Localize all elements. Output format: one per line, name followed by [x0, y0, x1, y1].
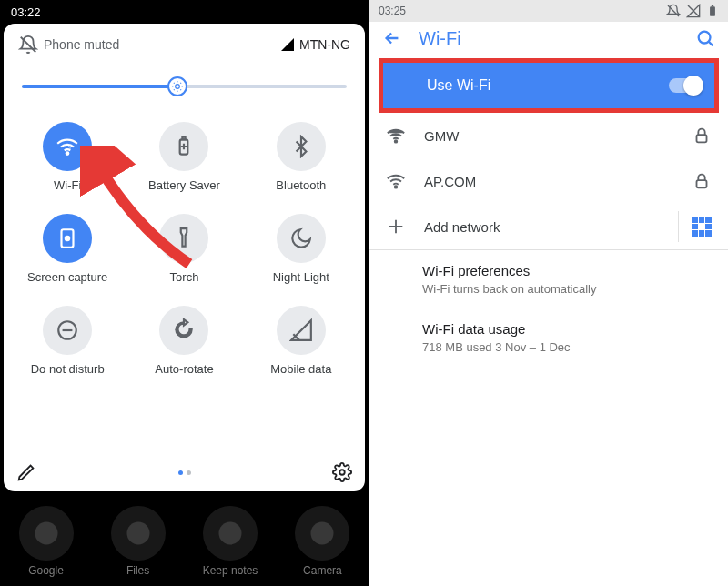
capture-icon — [43, 214, 92, 263]
row-subtitle: 718 MB used 3 Nov – 1 Dec — [422, 340, 571, 354]
svg-point-0 — [176, 85, 180, 89]
network-list: GMW AP.COM — [369, 113, 728, 204]
battery-icon — [159, 122, 208, 171]
svg-point-11 — [219, 522, 242, 545]
bell-off-icon — [18, 35, 38, 55]
tile-label: Do not disturb — [31, 362, 105, 376]
tile-label: Torch — [170, 270, 199, 284]
tile-do-not-disturb[interactable]: Do not disturb — [9, 306, 126, 376]
use-wifi-label: Use Wi-Fi — [427, 77, 490, 94]
plus-icon — [386, 217, 406, 237]
app-label: Camera — [303, 564, 342, 577]
tile-label: Battery Saver — [148, 178, 220, 192]
edit-icon[interactable] — [16, 462, 36, 482]
app-icon — [203, 506, 258, 561]
network-row[interactable]: AP.COM — [369, 158, 728, 204]
moon-icon — [277, 214, 326, 263]
mdata-icon — [277, 306, 326, 355]
tile-bluetooth[interactable]: Bluetooth — [243, 122, 359, 192]
lock-icon — [692, 171, 712, 191]
svg-point-6 — [66, 237, 69, 240]
wifi-preferences-row[interactable]: Wi-Fi preferences Wi-Fi turns back on au… — [369, 250, 728, 308]
bell-off-icon — [666, 4, 681, 18]
dock-app-keep-notes[interactable]: Keep notes — [203, 506, 258, 577]
svg-rect-14 — [712, 5, 713, 7]
tile-battery-saver[interactable]: Battery Saver — [126, 122, 242, 192]
svg-point-16 — [395, 140, 398, 143]
tile-wi-fi[interactable]: ? Wi-Fi — [9, 122, 126, 192]
network-name: AP.COM — [424, 174, 476, 189]
dnd-icon — [43, 306, 92, 355]
tile-mobile-data[interactable]: Mobile data — [243, 306, 359, 376]
wifi-signal-icon — [386, 171, 406, 191]
battery-icon — [706, 4, 719, 18]
mute-label: Phone muted — [44, 37, 119, 52]
svg-point-12 — [311, 522, 334, 545]
app-icon — [295, 506, 349, 561]
row-subtitle: Wi-Fi turns back on automatically — [422, 282, 596, 296]
network-name: GMW — [424, 128, 459, 144]
gear-icon[interactable] — [332, 462, 352, 482]
tile-screen-capture[interactable]: Screen capture — [9, 214, 126, 284]
carrier-label: MTN-NG — [299, 37, 350, 52]
svg-point-8 — [339, 470, 345, 475]
wifi-icon: ? — [43, 122, 92, 171]
quick-settings-footer — [4, 462, 365, 482]
add-network-label: Add network — [424, 219, 500, 235]
status-time: 03:25 — [379, 5, 406, 17]
app-label: Files — [126, 564, 149, 577]
search-icon[interactable] — [695, 28, 715, 48]
tile-label: Screen capture — [27, 270, 107, 284]
use-wifi-toggle-row[interactable]: Use Wi-Fi — [379, 58, 719, 113]
dock-app-camera[interactable]: Camera — [295, 506, 349, 577]
svg-point-15 — [699, 32, 711, 44]
status-time: 03:22 — [11, 5, 41, 19]
quick-settings-panel: Phone muted MTN-NG ? Wi-Fi Battery Saver… — [4, 24, 365, 491]
home-dock: Google Files Keep notes Camera — [0, 493, 369, 582]
tile-label: Auto-rotate — [155, 362, 213, 376]
wifi-signal-icon — [386, 126, 406, 146]
phone-wifi-settings: 03:25 Wi-Fi Use Wi-Fi GMW AP.COM Add net… — [369, 0, 728, 586]
tile-label: Night Light — [273, 270, 329, 284]
app-bar: Wi-Fi — [369, 22, 728, 55]
wifi-data-usage-row[interactable]: Wi-Fi data usage 718 MB used 3 Nov – 1 D… — [369, 308, 728, 367]
brightness-slider[interactable] — [22, 73, 347, 100]
wifi-switch[interactable] — [669, 78, 702, 93]
app-icon — [19, 506, 74, 561]
tile-auto-rotate[interactable]: Auto-rotate — [126, 306, 242, 376]
tile-night-light[interactable]: Night Light — [243, 214, 359, 284]
dock-app-google[interactable]: Google — [19, 506, 74, 577]
bluetooth-icon — [277, 122, 326, 171]
qr-scan-icon[interactable] — [692, 217, 712, 237]
svg-point-9 — [35, 522, 57, 545]
quick-settings-tiles: ? Wi-Fi Battery Saver Bluetooth Screen c… — [9, 113, 359, 376]
svg-point-18 — [395, 186, 398, 188]
svg-rect-4 — [183, 137, 186, 140]
svg-rect-17 — [697, 135, 707, 142]
rotate-icon — [159, 306, 208, 355]
svg-text:?: ? — [68, 143, 72, 151]
app-icon — [111, 506, 166, 561]
status-bar: 03:25 — [369, 0, 728, 22]
phone-quick-settings: 03:22 Phone muted MTN-NG ? Wi-Fi Battery… — [0, 0, 369, 586]
svg-rect-13 — [710, 6, 715, 15]
quick-settings-header: Phone muted MTN-NG — [9, 33, 359, 64]
status-bar: 03:22 — [0, 0, 369, 24]
svg-rect-19 — [697, 180, 707, 187]
signal-off-icon — [686, 4, 701, 18]
torch-icon — [159, 214, 208, 263]
app-label: Google — [28, 564, 64, 577]
page-indicator — [178, 470, 191, 475]
tile-label: Mobile data — [270, 362, 331, 376]
tile-torch[interactable]: Torch — [126, 214, 242, 284]
app-label: Keep notes — [203, 564, 258, 577]
row-title: Wi-Fi preferences — [422, 263, 530, 278]
back-icon[interactable] — [382, 28, 402, 48]
tile-label: Bluetooth — [276, 178, 326, 192]
network-row[interactable]: GMW — [369, 113, 728, 158]
add-network-row[interactable]: Add network — [369, 204, 728, 249]
brightness-thumb-icon[interactable] — [167, 76, 187, 96]
dock-app-files[interactable]: Files — [111, 506, 166, 577]
row-title: Wi-Fi data usage — [422, 321, 525, 337]
svg-point-1 — [66, 152, 69, 155]
